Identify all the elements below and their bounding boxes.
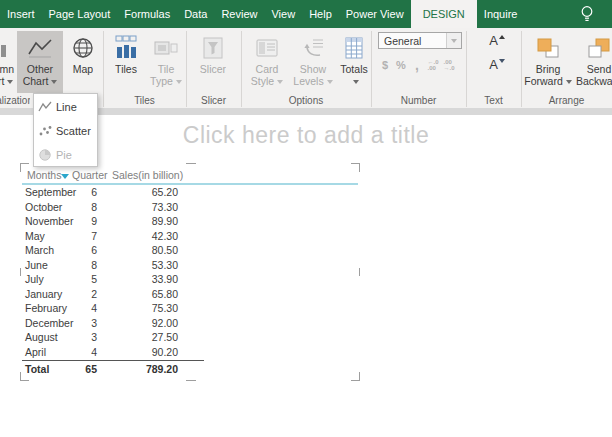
card-style-icon [255, 34, 279, 61]
number-format-select[interactable]: General [378, 32, 462, 49]
decrease-font-size-button[interactable]: A [488, 57, 506, 77]
tab-review[interactable]: Review [214, 0, 264, 28]
group-label-visualizations: Visualizations [0, 95, 30, 106]
group-label-arrange: Arrange [521, 95, 612, 106]
increase-font-size-button[interactable]: A [488, 33, 506, 53]
table-row[interactable]: February475.30 [22, 301, 222, 316]
menu-item-scatter[interactable]: Scatter [34, 119, 97, 143]
ribbon-tabs: InsertPage LayoutFormulasDataReviewViewH… [0, 0, 612, 28]
decrease-decimal-icon: .00→.0 [441, 57, 457, 73]
show-levels-button: Show Levels [290, 31, 336, 93]
group-label-number: Number [371, 95, 466, 106]
totals-icon [343, 34, 365, 61]
tab-inquire[interactable]: Inquire [477, 0, 525, 28]
table-row[interactable]: November989.90 [22, 214, 222, 229]
tab-page-layout[interactable]: Page Layout [42, 0, 118, 28]
other-chart-button[interactable]: Other Chart [17, 31, 63, 93]
dropdown-chevron-icon [327, 80, 333, 84]
selection-handle[interactable] [186, 163, 196, 164]
dropdown-chevron-icon [51, 80, 57, 84]
table-row[interactable]: July533.90 [22, 272, 222, 287]
increase-decimal-icon: ←.0.00 [425, 57, 441, 73]
line-chart-icon [27, 34, 53, 61]
comma-format-icon: , [409, 57, 425, 73]
selection-handle[interactable] [20, 268, 21, 276]
dropdown-chevron-icon [353, 80, 359, 84]
caret-down-icon [499, 59, 505, 63]
scatter-chart-icon [34, 125, 56, 137]
table-rows: September665.20October873.30November989.… [22, 185, 222, 359]
filter-dropdown-icon[interactable] [61, 174, 69, 179]
show-levels-icon [301, 34, 325, 61]
line-chart-icon [34, 101, 56, 113]
dropdown-chevron-icon [277, 80, 283, 84]
total-row: Total 65 789.20 [22, 362, 222, 377]
tab-view[interactable]: View [264, 0, 302, 28]
tiles-icon [113, 34, 139, 61]
group-label-options: Options [241, 95, 371, 106]
tell-me-lightbulb-icon[interactable] [580, 0, 603, 28]
selection-handle[interactable] [351, 372, 360, 381]
selection-handle[interactable] [359, 268, 360, 276]
tab-help[interactable]: Help [302, 0, 339, 28]
table-row[interactable]: March680.50 [22, 243, 222, 258]
dropdown-chevron-icon [7, 80, 13, 84]
tab-insert[interactable]: Insert [0, 0, 42, 28]
tab-formulas[interactable]: Formulas [117, 0, 177, 28]
group-label-slicer: Slicer [186, 95, 241, 106]
dropdown-chevron-icon [446, 33, 461, 48]
tab-design[interactable]: DESIGN [411, 0, 477, 28]
group-label-text: Text [466, 95, 521, 106]
table-row[interactable]: September665.20 [22, 185, 222, 200]
bring-forward-button[interactable]: Bring Forward [524, 31, 572, 93]
group-label-tiles: Tiles [103, 95, 186, 106]
powerview-window: InsertPage LayoutFormulasDataReviewViewH… [0, 0, 612, 437]
table-row[interactable]: December392.00 [22, 316, 222, 331]
table-row[interactable]: June853.30 [22, 258, 222, 273]
menu-item-pie: Pie [34, 143, 97, 167]
dropdown-chevron-icon [176, 80, 182, 84]
table-row[interactable]: August327.50 [22, 330, 222, 345]
tab-power-view[interactable]: Power View [339, 0, 411, 28]
menu-item-line[interactable]: Line [34, 95, 97, 119]
tile-type-icon [153, 34, 179, 61]
column-header-sales[interactable]: Sales(in billion) [112, 169, 183, 181]
percent-format-icon: % [393, 57, 409, 73]
slicer-icon [201, 34, 225, 61]
selection-handle[interactable] [351, 163, 360, 172]
card-style-button: Card Style [246, 31, 288, 93]
table-visualization[interactable]: Months Quarter Sales(in billion) Septemb… [20, 163, 360, 381]
send-backward-button[interactable]: Send Backward [575, 31, 612, 93]
other-chart-menu: LineScatterPie [33, 93, 98, 167]
column-header-quarter[interactable]: Quarter [72, 169, 108, 181]
table-row[interactable]: May742.30 [22, 229, 222, 244]
globe-icon [71, 34, 95, 61]
pie-chart-icon [34, 149, 56, 161]
table-row[interactable]: April490.20 [22, 345, 222, 360]
tile-type-button: Tile Type [147, 31, 185, 93]
map-button[interactable]: Map [65, 31, 101, 93]
table-row[interactable]: October873.30 [22, 200, 222, 215]
tab-data[interactable]: Data [177, 0, 214, 28]
totals-button[interactable]: Totals [337, 31, 371, 93]
bring-forward-icon [535, 34, 561, 61]
table-row[interactable]: January265.80 [22, 287, 222, 302]
selection-handle[interactable] [186, 380, 196, 381]
dropdown-chevron-icon [566, 80, 572, 84]
slicer-button: Slicer [191, 31, 235, 93]
column-chart-button[interactable]: Column Chart [0, 31, 18, 93]
column-header-months[interactable]: Months [27, 169, 61, 181]
send-backward-icon [586, 34, 612, 61]
currency-format-icon: $ [377, 57, 393, 73]
caret-up-icon [499, 35, 505, 39]
column-chart-icon [0, 34, 8, 61]
tiles-button[interactable]: Tiles [107, 31, 145, 93]
total-separator [22, 360, 204, 361]
